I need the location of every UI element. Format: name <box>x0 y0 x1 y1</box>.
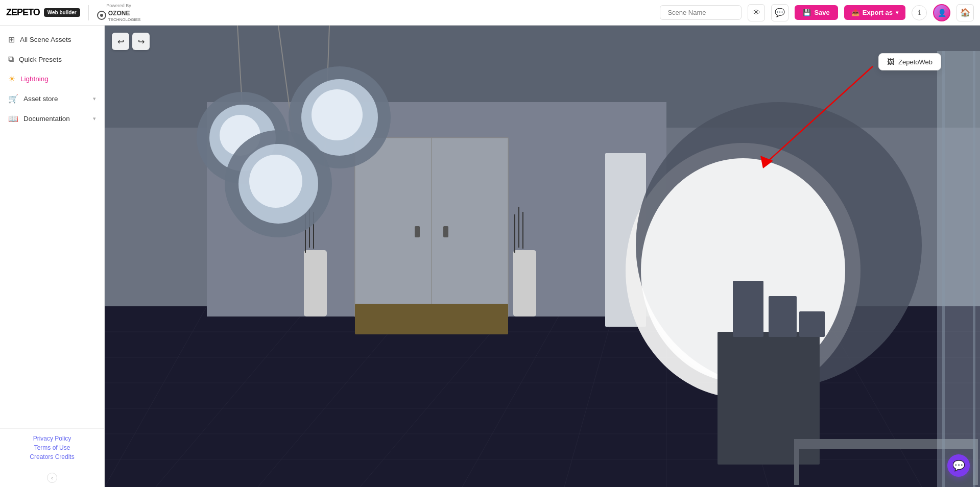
sidebar-item-lightning[interactable]: ☀ Lightning <box>0 69 104 89</box>
scene-name-input[interactable] <box>660 5 742 20</box>
export-button[interactable]: 📤 Export as ▾ <box>844 5 905 20</box>
svg-rect-31 <box>518 207 519 248</box>
book-icon: 📖 <box>8 114 18 124</box>
svg-rect-51 <box>733 281 763 337</box>
svg-rect-55 <box>794 439 799 485</box>
zepeto-logo: ZEPETO <box>6 7 40 18</box>
header: ZEPETO Web builder Powered By OZONE TECH… <box>0 0 980 26</box>
ozone-circle-icon <box>97 11 106 20</box>
sidebar-footer: Privacy Policy Terms of Use Creators Cre… <box>0 428 104 471</box>
sidebar: ⊞ All Scene Assets ⧉ Quick Presets ☀ Lig… <box>0 26 105 487</box>
svg-point-44 <box>249 155 302 208</box>
scene-container: ↩ ↪ 🖼 ZepetoWeb 💬 <box>105 26 980 487</box>
eye-icon: 👁 <box>752 8 760 17</box>
home-icon: 🏠 <box>960 8 970 17</box>
sun-icon: ☀ <box>8 74 15 84</box>
sidebar-item-label: Quick Presets <box>19 56 62 63</box>
home-button[interactable]: 🏠 <box>957 4 974 21</box>
svg-rect-25 <box>304 250 327 316</box>
terms-of-use-link[interactable]: Terms of Use <box>34 444 70 451</box>
web-builder-badge: Web builder <box>44 8 80 17</box>
speech-button[interactable]: 💬 <box>771 4 788 21</box>
info-icon: ℹ <box>918 9 921 16</box>
svg-rect-20 <box>355 138 432 316</box>
header-divider <box>88 5 89 20</box>
save-label: Save <box>814 9 829 16</box>
sidebar-collapse-button[interactable]: ‹ <box>47 473 57 483</box>
main-viewport: ↩ ↪ 🖼 ZepetoWeb 💬 <box>105 26 980 487</box>
export-label: Export as <box>863 9 893 16</box>
svg-rect-32 <box>522 212 523 249</box>
save-icon: 💾 <box>803 9 811 16</box>
shopping-cart-icon: 🛒 <box>8 94 18 104</box>
sliders-icon: ⧉ <box>8 55 14 64</box>
svg-rect-53 <box>799 311 825 337</box>
sidebar-item-label: Documentation <box>23 115 70 123</box>
undo-button[interactable]: ↩ <box>112 33 129 50</box>
svg-rect-30 <box>514 214 515 253</box>
chat-icon: 💬 <box>952 459 965 472</box>
sidebar-item-all-scene-assets[interactable]: ⊞ All Scene Assets <box>0 30 104 50</box>
logo-area: ZEPETO Web builder <box>6 7 80 18</box>
ozone-text: OZONE TECHNOLOGIES <box>108 8 141 22</box>
privacy-policy-link[interactable]: Privacy Policy <box>33 435 71 442</box>
avatar-button[interactable]: 👤 <box>933 4 950 21</box>
ozone-sub: TECHNOLOGIES <box>108 17 141 22</box>
sidebar-nav: ⊞ All Scene Assets ⧉ Quick Presets ☀ Lig… <box>0 26 104 428</box>
viewport-toolbar: ↩ ↪ <box>112 33 150 50</box>
avatar-icon: 👤 <box>938 9 946 17</box>
save-button[interactable]: 💾 Save <box>795 5 838 20</box>
sidebar-item-label: Asset store <box>23 95 58 103</box>
chat-bubble-button[interactable]: 💬 <box>947 454 970 477</box>
speech-icon: 💬 <box>775 8 785 17</box>
svg-rect-52 <box>769 296 797 337</box>
chevron-down-icon-2: ▾ <box>93 115 96 122</box>
chevron-down-icon: ▾ <box>93 95 96 102</box>
svg-rect-58 <box>942 51 945 487</box>
sidebar-item-label: All Scene Assets <box>20 36 71 43</box>
sidebar-item-label: Lightning <box>20 75 49 83</box>
sidebar-item-asset-store[interactable]: 🛒 Asset store ▾ <box>0 89 104 109</box>
info-button[interactable]: ℹ <box>912 5 927 20</box>
zepeto-web-icon: 🖼 <box>887 58 894 66</box>
ozone-logo: OZONE TECHNOLOGIES <box>97 8 141 22</box>
svg-rect-29 <box>513 250 536 316</box>
zepeto-web-label: ZepetoWeb <box>898 58 933 66</box>
eye-button[interactable]: 👁 <box>748 4 765 21</box>
svg-point-41 <box>312 89 363 140</box>
redo-icon: ↪ <box>138 37 145 46</box>
ozone-name: OZONE <box>108 10 130 17</box>
undo-icon: ↩ <box>117 37 124 46</box>
zepeto-web-dropdown[interactable]: 🖼 ZepetoWeb <box>878 53 941 70</box>
ozone-inner <box>100 14 103 17</box>
powered-by-text: Powered By <box>106 3 131 8</box>
sidebar-item-documentation[interactable]: 📖 Documentation ▾ <box>0 109 104 129</box>
scene-svg <box>105 26 980 487</box>
chevron-left-icon: ‹ <box>51 475 53 481</box>
svg-rect-23 <box>443 226 448 237</box>
grid-icon: ⊞ <box>8 35 15 44</box>
svg-rect-59 <box>973 51 975 487</box>
creators-credits-link[interactable]: Creators Credits <box>30 453 74 460</box>
export-chevron-icon: ▾ <box>896 10 898 15</box>
svg-rect-24 <box>355 304 508 334</box>
redo-button[interactable]: ↪ <box>132 33 150 50</box>
sidebar-item-quick-presets[interactable]: ⧉ Quick Presets <box>0 50 104 69</box>
export-icon: 📤 <box>851 9 859 16</box>
svg-rect-22 <box>415 226 420 237</box>
powered-by-area: Powered By OZONE TECHNOLOGIES <box>97 3 141 22</box>
svg-rect-21 <box>432 138 508 316</box>
